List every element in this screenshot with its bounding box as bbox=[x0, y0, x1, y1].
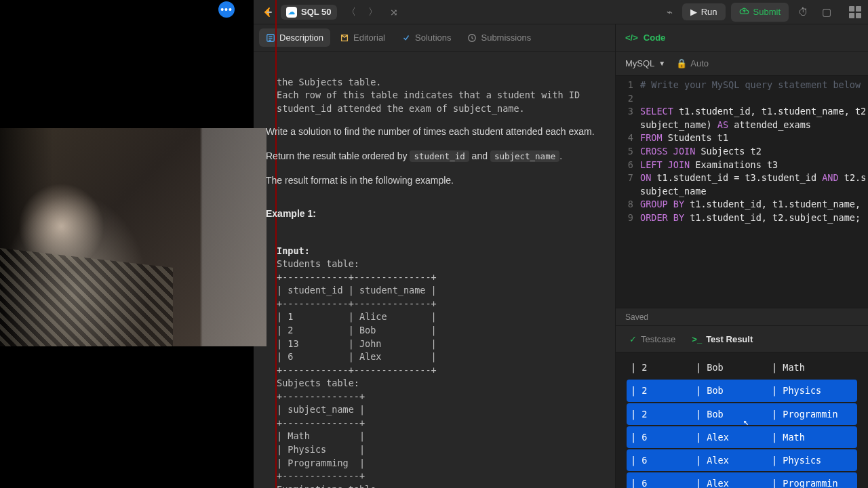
run-label: Run bbox=[701, 7, 717, 17]
code-student-id: student_id bbox=[410, 150, 469, 162]
problem-tabs: Description Editorial Solutions Submissi… bbox=[254, 24, 615, 52]
tab-description-label: Description bbox=[279, 33, 323, 43]
tab-test-result[interactable]: >_ Test Result bbox=[685, 330, 760, 348]
format-note: The result format is in the following ex… bbox=[266, 174, 603, 188]
terminal-icon: >_ bbox=[692, 334, 702, 344]
plan-title: SQL 50 bbox=[301, 7, 332, 17]
lock-icon: 🔒 bbox=[676, 58, 687, 68]
shuffle-button[interactable]: ⤨ bbox=[387, 4, 401, 20]
code-lines[interactable]: # Write your MySQL query statement below… bbox=[640, 79, 868, 308]
description-panel: Description Editorial Solutions Submissi… bbox=[254, 24, 616, 488]
result-row[interactable]: | 6| Alex| Programmin bbox=[627, 472, 857, 488]
submissions-icon bbox=[467, 33, 477, 43]
submit-label: Submit bbox=[753, 7, 781, 17]
code-subject-name: subject_name bbox=[490, 150, 559, 162]
code-icon: </> bbox=[625, 33, 638, 43]
tab-editorial[interactable]: Editorial bbox=[333, 28, 392, 47]
auto-toggle[interactable]: 🔒 Auto bbox=[676, 58, 709, 68]
webcam-panel: ••• bbox=[0, 0, 254, 488]
tab-submissions-label: Submissions bbox=[481, 33, 531, 43]
check-icon: ✓ bbox=[629, 334, 637, 344]
tab-solutions-label: Solutions bbox=[415, 33, 451, 43]
next-problem-button[interactable]: 〉 bbox=[366, 3, 380, 21]
plan-cloud-icon: ☁ bbox=[286, 7, 297, 18]
saved-status: Saved bbox=[616, 308, 868, 325]
example-label: Example 1: bbox=[266, 207, 603, 222]
result-row[interactable]: | 2| Bob| Math bbox=[627, 357, 857, 378]
debug-icon[interactable]: ⌁ bbox=[663, 2, 677, 22]
topbar: ☁ SQL 50 〈 〉 ⤨ ⌁ ▶ Run Submit ⏱ ▢ bbox=[254, 0, 868, 24]
result-tabs: ✓ Testcase >_ Test Result bbox=[616, 325, 868, 352]
order-statement: Return the result table ordered by stude… bbox=[266, 149, 603, 164]
line-gutter: 123456789 bbox=[616, 79, 640, 308]
webcam-feed bbox=[0, 128, 267, 346]
run-button[interactable]: ▶ Run bbox=[682, 3, 726, 20]
timer-icon[interactable]: ⏱ bbox=[794, 2, 812, 22]
tab-solutions[interactable]: Solutions bbox=[395, 28, 458, 47]
example-block: Input: Students table: +------------+---… bbox=[266, 231, 603, 488]
editorial-icon bbox=[340, 33, 349, 43]
result-row[interactable]: | 6| Alex| Math bbox=[627, 426, 857, 448]
code-editor[interactable]: 123456789 # Write your MySQL query state… bbox=[616, 76, 868, 308]
code-header: </> Code bbox=[616, 24, 868, 52]
tab-submissions[interactable]: Submissions bbox=[460, 28, 538, 47]
result-row[interactable]: | 6| Alex| Physics bbox=[627, 449, 857, 471]
language-bar: MySQL ▼ 🔒 Auto bbox=[616, 52, 868, 76]
code-header-label: Code bbox=[644, 33, 666, 43]
task-statement: Write a solution to find the number of t… bbox=[266, 125, 603, 140]
language-label: MySQL bbox=[625, 58, 654, 68]
solutions-icon bbox=[401, 33, 411, 43]
prev-problem-button[interactable]: 〈 bbox=[344, 3, 359, 21]
tab-testcase[interactable]: ✓ Testcase bbox=[623, 330, 682, 348]
cloud-upload-icon bbox=[739, 6, 749, 18]
chevron-down-icon: ▼ bbox=[658, 60, 665, 67]
tab-description[interactable]: Description bbox=[259, 28, 330, 47]
result-row[interactable]: | 2| Bob| Physics bbox=[627, 380, 857, 401]
code-panel: </> Code MySQL ▼ 🔒 Auto 123456789 # Writ… bbox=[616, 24, 868, 488]
submit-button[interactable]: Submit bbox=[731, 3, 789, 22]
tab-test-result-label: Test Result bbox=[706, 334, 753, 344]
notes-icon[interactable]: ▢ bbox=[818, 2, 835, 22]
more-bubble-icon[interactable]: ••• bbox=[218, 1, 235, 18]
problem-description[interactable]: the Subjects table. Each row of this tab… bbox=[254, 52, 615, 488]
saved-label: Saved bbox=[625, 312, 648, 322]
play-icon: ▶ bbox=[690, 7, 697, 17]
language-select[interactable]: MySQL ▼ bbox=[625, 58, 665, 68]
leetcode-logo-icon[interactable] bbox=[260, 5, 274, 19]
study-plan-badge[interactable]: ☁ SQL 50 bbox=[281, 5, 337, 20]
result-output[interactable]: ↖ | 2| Bob| Math| 2| Bob| Physics| 2| Bo… bbox=[616, 352, 868, 488]
description-icon bbox=[266, 33, 275, 43]
layout-grid-icon[interactable] bbox=[849, 6, 861, 18]
result-row[interactable]: | 2| Bob| Programmin bbox=[627, 403, 857, 425]
auto-label: Auto bbox=[690, 58, 709, 68]
tab-editorial-label: Editorial bbox=[353, 33, 385, 43]
tab-testcase-label: Testcase bbox=[641, 334, 675, 344]
